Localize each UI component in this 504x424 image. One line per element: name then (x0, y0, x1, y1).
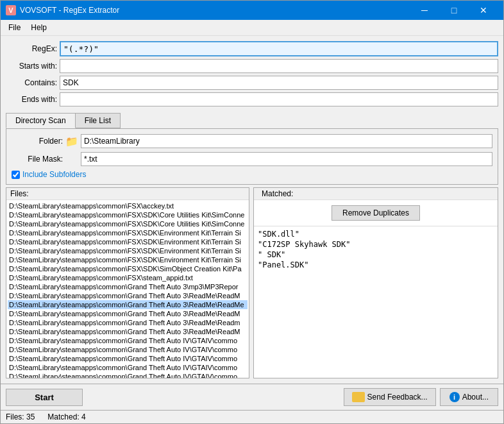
regex-input[interactable] (60, 41, 498, 56)
folder-icon: 📁 (65, 135, 78, 148)
panels-area: Files: D:\SteamLibrary\steamapps\common\… (6, 187, 498, 378)
maximize-button[interactable]: □ (439, 1, 469, 20)
file-list-item[interactable]: D:\SteamLibrary\steamapps\common\Grand T… (8, 291, 248, 300)
matched-list-item: " SDK" (256, 250, 495, 260)
file-list-item[interactable]: D:\SteamLibrary\steamapps\common\FSX\SDK… (8, 246, 248, 255)
file-list-item[interactable]: D:\SteamLibrary\steamapps\common\Grand T… (8, 363, 248, 372)
tab-directory-scan[interactable]: Directory Scan (6, 113, 76, 128)
contains-input[interactable] (60, 76, 498, 90)
file-list-item[interactable]: D:\SteamLibrary\steamapps\common\FSX\SDK… (8, 264, 248, 273)
file-mask-row: File Mask: (12, 152, 492, 166)
feedback-icon (352, 392, 365, 402)
contains-label: Contains: (6, 78, 57, 87)
send-feedback-button[interactable]: Send Feedback... (344, 388, 436, 406)
matched-count: Matched: 4 (47, 412, 85, 421)
matched-list-item: "C172SP Skyhawk SDK" (256, 239, 495, 250)
files-panel: Files: D:\SteamLibrary\steamapps\common\… (6, 187, 249, 378)
minimize-button[interactable]: ─ (410, 1, 439, 20)
menu-file[interactable]: File (3, 21, 26, 34)
matched-panel-header-label: Matched: (258, 188, 297, 199)
file-mask-input[interactable] (81, 152, 492, 166)
ends-with-label: Ends with: (6, 95, 57, 104)
file-list-item[interactable]: D:\SteamLibrary\steamapps\common\Grand T… (8, 345, 248, 354)
tab-file-list[interactable]: File List (75, 113, 121, 128)
file-list-item[interactable]: D:\SteamLibrary\steamapps\common\FSX\SDK… (8, 237, 248, 246)
folder-label: Folder: (12, 137, 63, 146)
tabs-container: Directory Scan File List (6, 113, 498, 128)
include-subfolders-label: Include Subfolders (22, 170, 86, 179)
window-title: VOVSOFT - RegEx Extractor (20, 6, 410, 15)
regex-row: RegEx: (6, 41, 498, 56)
file-list-item[interactable]: D:\SteamLibrary\steamapps\common\Grand T… (8, 318, 248, 327)
app-icon: V (6, 5, 16, 15)
start-button[interactable]: Start (6, 389, 83, 406)
file-list-item[interactable]: D:\SteamLibrary\steamapps\common\Grand T… (8, 327, 248, 336)
feedback-label: Send Feedback... (367, 393, 428, 402)
tab-section: Directory Scan File List Folder: 📁 File … (6, 109, 498, 185)
file-list-item[interactable]: D:\SteamLibrary\steamapps\common\FSX\SDK… (8, 219, 248, 228)
menu-help[interactable]: Help (26, 21, 52, 34)
starts-with-row: Starts with: (6, 59, 498, 73)
file-list-item[interactable]: D:\SteamLibrary\steamapps\common\Grand T… (8, 300, 248, 309)
remove-dup-area: Remove Duplicates (254, 200, 498, 226)
close-button[interactable]: ✕ (469, 1, 498, 20)
files-panel-header: Files: (6, 188, 249, 200)
title-bar: V VOVSOFT - RegEx Extractor ─ □ ✕ (1, 1, 503, 20)
folder-input[interactable] (81, 134, 492, 148)
matched-content[interactable]: "SDK.dll""C172SP Skyhawk SDK"" SDK""Pane… (254, 226, 498, 378)
ends-with-input[interactable] (60, 92, 498, 106)
tab-panel-directory: Folder: 📁 File Mask: Include Subfolders (6, 128, 498, 185)
file-list-item[interactable]: D:\SteamLibrary\steamapps\common\FSX\SDK… (8, 210, 248, 219)
files-panel-content[interactable]: D:\SteamLibrary\steamapps\common\FSX\acc… (6, 200, 249, 378)
regex-label: RegEx: (6, 44, 57, 53)
file-list-item[interactable]: D:\SteamLibrary\steamapps\common\Grand T… (8, 354, 248, 363)
matched-list-item: "Panel.SDK" (256, 260, 495, 270)
status-bar: Files: 35 Matched: 4 (1, 410, 503, 423)
starts-with-input[interactable] (60, 59, 498, 73)
folder-row: Folder: 📁 (12, 134, 492, 148)
bottom-bar: Start Send Feedback... i About... (1, 384, 503, 410)
file-list-item[interactable]: D:\SteamLibrary\steamapps\common\Grand T… (8, 336, 248, 345)
file-list-item[interactable]: D:\SteamLibrary\steamapps\common\Grand T… (8, 309, 248, 318)
file-list-item[interactable]: D:\SteamLibrary\steamapps\common\Grand T… (8, 282, 248, 291)
file-list-item[interactable]: D:\SteamLibrary\steamapps\common\FSX\SDK… (8, 228, 248, 237)
matched-panel-header-area: Matched: (254, 188, 498, 200)
matched-list-item: "SDK.dll" (256, 229, 495, 239)
files-count: Files: 35 (6, 412, 35, 421)
title-controls: ─ □ ✕ (410, 1, 498, 20)
file-list-item[interactable]: D:\SteamLibrary\steamapps\common\FSX\SDK… (8, 255, 248, 264)
file-mask-label: File Mask: (12, 155, 63, 164)
file-list-item[interactable]: D:\SteamLibrary\steamapps\common\Grand T… (8, 372, 248, 378)
content-area: RegEx: Starts with: Contains: Ends with:… (1, 36, 503, 384)
remove-duplicates-button[interactable]: Remove Duplicates (332, 205, 420, 221)
matched-panel: Matched: Remove Duplicates "SDK.dll""C17… (253, 187, 498, 378)
starts-with-label: Starts with: (6, 62, 57, 71)
include-subfolders-checkbox[interactable] (12, 171, 20, 179)
info-icon: i (449, 392, 460, 402)
menu-bar: File Help (1, 20, 503, 36)
file-list-item[interactable]: D:\SteamLibrary\steamapps\common\FSX\acc… (8, 201, 248, 210)
about-label: About... (462, 393, 489, 402)
file-list-item[interactable]: D:\SteamLibrary\steamapps\common\FSX\ste… (8, 273, 248, 282)
contains-row: Contains: (6, 76, 498, 90)
ends-with-row: Ends with: (6, 92, 498, 106)
about-button[interactable]: i About... (440, 388, 498, 406)
include-subfolders-row: Include Subfolders (12, 170, 492, 179)
main-window: V VOVSOFT - RegEx Extractor ─ □ ✕ File H… (0, 0, 504, 424)
